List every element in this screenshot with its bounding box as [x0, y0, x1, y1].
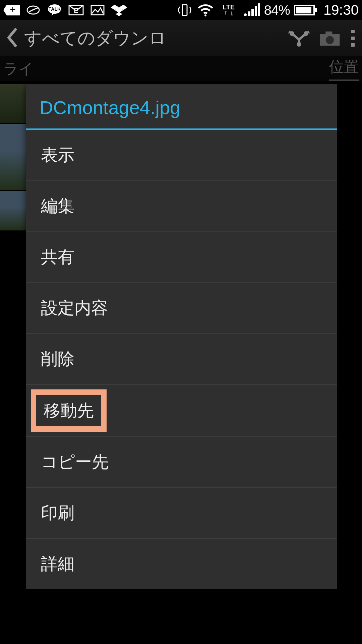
header-title: すべてのダウンロ: [24, 26, 166, 50]
signal-icon: [243, 3, 260, 17]
lte-text: LTE: [223, 3, 235, 11]
dropbox-icon: [111, 3, 127, 17]
overflow-menu-icon[interactable]: [351, 30, 355, 47]
svg-point-34: [326, 36, 334, 44]
svg-marker-17: [231, 11, 233, 15]
clock-text: 19:30: [323, 2, 359, 18]
menu-item-copy-to[interactable]: コピー先: [26, 437, 337, 488]
svg-rect-21: [255, 6, 257, 16]
battery-percentage: 84%: [264, 3, 290, 18]
status-bar: + TALK E LTE 84%: [0, 0, 362, 20]
menu-item-move-to[interactable]: 移動先: [26, 385, 337, 437]
status-left: + TALK E: [3, 3, 127, 17]
svg-rect-33: [325, 31, 332, 34]
svg-point-15: [204, 14, 206, 16]
image-icon: [89, 3, 106, 17]
lte-data-icon: LTE: [218, 3, 239, 17]
svg-marker-16: [225, 11, 227, 15]
talk-bubble-icon: TALK: [46, 3, 63, 17]
menu-item-set-as[interactable]: 設定内容: [26, 283, 337, 334]
vibrate-icon: [176, 3, 193, 17]
svg-rect-14: [182, 5, 187, 15]
svg-point-18: [244, 13, 247, 16]
svg-rect-19: [248, 11, 250, 16]
menu-item-view[interactable]: 表示: [26, 130, 337, 181]
highlight-frame: 移動先: [31, 389, 107, 432]
menu-item-print[interactable]: 印刷: [26, 488, 337, 539]
svg-text:TALK: TALK: [49, 6, 61, 12]
menu-item-label: 移動先: [44, 401, 94, 420]
svg-text:+: +: [10, 4, 16, 15]
menu-item-share[interactable]: 共有: [26, 232, 337, 283]
leaf-icon: [25, 3, 42, 17]
svg-rect-22: [258, 3, 260, 16]
battery-icon: [294, 3, 317, 17]
svg-rect-20: [251, 9, 254, 16]
back-button[interactable]: [5, 28, 19, 48]
add-tag-icon: +: [3, 3, 20, 17]
context-menu-dialog: DCmontage4.jpg 表示 編集 共有 設定内容 削除 移動先 コピー先…: [26, 84, 337, 589]
menu-item-delete[interactable]: 削除: [26, 334, 337, 385]
svg-text:E: E: [74, 7, 78, 14]
menu-item-edit[interactable]: 編集: [26, 181, 337, 232]
camera-icon[interactable]: [317, 28, 343, 48]
svg-rect-24: [296, 7, 311, 13]
svg-rect-25: [315, 8, 317, 12]
status-right: LTE 84% 19:30: [176, 2, 359, 18]
envelope-e-icon: E: [68, 3, 84, 17]
dialog-title: DCmontage4.jpg: [26, 84, 337, 130]
wifi-icon: [197, 3, 214, 17]
app-header: すべてのダウンロ: [0, 20, 362, 56]
menu-item-details[interactable]: 詳細: [26, 539, 337, 589]
share-icon[interactable]: [286, 28, 312, 48]
